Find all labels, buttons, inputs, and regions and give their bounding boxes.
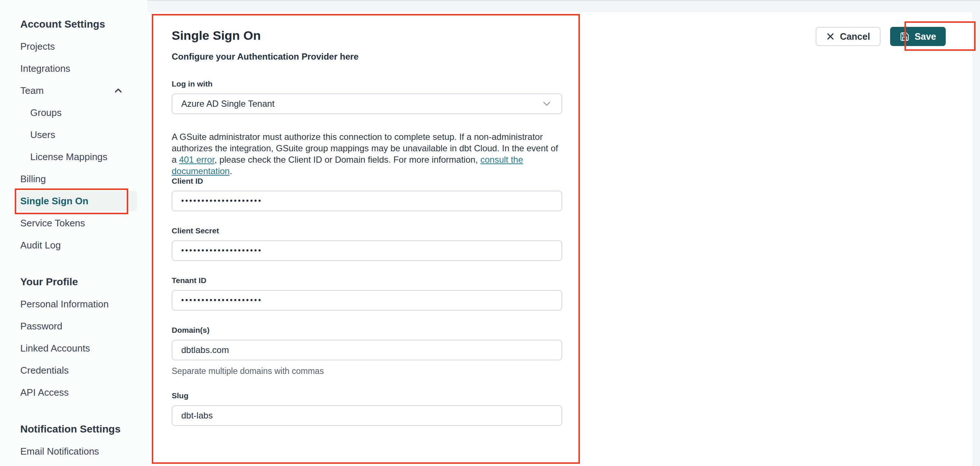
tenant-id-input[interactable] — [172, 290, 562, 311]
page-title: Single Sign On — [172, 28, 562, 43]
sidebar-item-label: Integrations — [20, 63, 70, 74]
login-with-label: Log in with — [172, 79, 562, 88]
domains-input[interactable] — [172, 340, 562, 360]
domains-label: Domain(s) — [172, 326, 562, 334]
cancel-button-label: Cancel — [840, 31, 870, 42]
sidebar-item-audit-log[interactable]: Audit Log — [0, 234, 147, 256]
sidebar-item-projects[interactable]: Projects — [0, 35, 147, 57]
sidebar-item-label: Billing — [20, 173, 46, 185]
sidebar-item-label: Personal Information — [20, 298, 109, 310]
client-secret-input[interactable] — [172, 240, 562, 261]
chevron-up-icon[interactable] — [113, 85, 124, 96]
sidebar-item-groups[interactable]: Groups — [0, 101, 147, 124]
login-with-selected-value: Azure AD Single Tenant — [181, 99, 274, 109]
chevron-down-icon — [541, 98, 553, 110]
note-text: . — [229, 166, 232, 176]
save-button-label: Save — [915, 31, 936, 42]
sidebar-item-label: Service Tokens — [20, 217, 85, 229]
sidebar-item-label: Single Sign On — [20, 195, 88, 207]
sidebar-heading-notification-settings: Notification Settings — [0, 418, 147, 440]
sidebar-item-label: Email Notifications — [20, 446, 99, 457]
sidebar-item-label: Linked Accounts — [20, 343, 90, 354]
client-id-field: Client ID — [172, 177, 562, 211]
sidebar-heading-account-settings: Account Settings — [0, 13, 147, 35]
top-bar-strip — [147, 0, 980, 12]
slug-label: Slug — [172, 391, 562, 400]
tenant-id-field: Tenant ID — [172, 276, 562, 311]
sso-form: Single Sign On Configure your Authentica… — [172, 28, 562, 441]
sidebar-item-license-mappings[interactable]: License Mappings — [0, 146, 147, 168]
login-with-select[interactable]: Azure AD Single Tenant — [172, 94, 562, 114]
domains-field: Domain(s) Separate multiple domains with… — [172, 326, 562, 376]
cancel-button[interactable]: Cancel — [816, 27, 881, 46]
link-401-error[interactable]: 401 error — [179, 155, 215, 165]
gsuite-authorization-note: A GSuite administrator must authorize th… — [172, 131, 562, 177]
sidebar-item-label: Groups — [30, 107, 62, 119]
sidebar-item-label: Audit Log — [20, 239, 61, 251]
sidebar-item-label: Team — [20, 85, 44, 97]
settings-sidebar: Account Settings Projects Integrations T… — [0, 0, 147, 466]
login-with-field: Log in with Azure AD Single Tenant — [172, 79, 562, 114]
slug-field: Slug — [172, 391, 562, 426]
sidebar-item-label: Users — [30, 129, 55, 141]
sidebar-item-personal-information[interactable]: Personal Information — [0, 293, 147, 315]
sidebar-item-credentials[interactable]: Credentials — [0, 359, 147, 381]
sidebar-item-users[interactable]: Users — [0, 124, 147, 146]
client-secret-label: Client Secret — [172, 227, 562, 235]
sidebar-item-label: License Mappings — [30, 151, 108, 163]
sidebar-item-team[interactable]: Team — [0, 79, 147, 101]
note-text: , please check the Client ID or Domain f… — [215, 155, 480, 165]
page-subtitle: Configure your Authentication Provider h… — [172, 52, 562, 62]
tenant-id-label: Tenant ID — [172, 276, 562, 285]
domains-helper-text: Separate multiple domains with commas — [172, 366, 562, 376]
sidebar-item-single-sign-on[interactable]: Single Sign On — [0, 190, 147, 212]
right-scroll-gutter[interactable] — [973, 12, 980, 466]
save-button[interactable]: Save — [890, 27, 946, 46]
sidebar-item-email-notifications[interactable]: Email Notifications — [0, 440, 147, 462]
sidebar-item-label: Password — [20, 320, 62, 332]
sidebar-item-integrations[interactable]: Integrations — [0, 57, 147, 79]
floppy-disk-icon — [900, 32, 910, 41]
sidebar-heading-your-profile: Your Profile — [0, 271, 147, 293]
slug-input[interactable] — [172, 405, 562, 426]
sidebar-item-service-tokens[interactable]: Service Tokens — [0, 212, 147, 234]
sidebar-item-label: API Access — [20, 387, 69, 398]
sidebar-item-billing[interactable]: Billing — [0, 168, 147, 190]
client-id-input[interactable] — [172, 191, 562, 211]
sidebar-item-api-access[interactable]: API Access — [0, 381, 147, 403]
form-actions: Cancel Save — [816, 27, 946, 46]
close-icon — [826, 32, 835, 41]
client-id-label: Client ID — [172, 177, 562, 185]
sidebar-item-label: Credentials — [20, 365, 69, 376]
sidebar-item-label: Projects — [20, 41, 55, 52]
client-secret-field: Client Secret — [172, 227, 562, 261]
sidebar-item-password[interactable]: Password — [0, 315, 147, 337]
single-sign-on-panel: Single Sign On Configure your Authentica… — [147, 12, 973, 466]
sidebar-item-linked-accounts[interactable]: Linked Accounts — [0, 337, 147, 359]
